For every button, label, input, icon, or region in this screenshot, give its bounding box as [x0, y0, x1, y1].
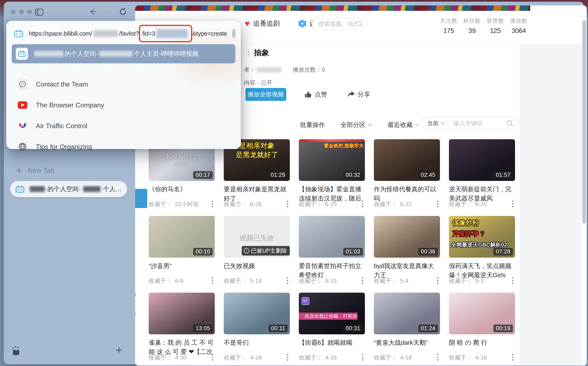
video-thumbnail[interactable]: 01:57 — [449, 139, 515, 181]
duration-badge: 01:24 — [418, 325, 438, 332]
video-card[interactable]: 01:03爱音拍素世拍祥子拍立希壁咚灯收藏于：5-15 — [299, 216, 365, 293]
more-menu-icon[interactable] — [211, 353, 215, 362]
new-tab-button[interactable]: + New Tab — [16, 164, 116, 177]
scope-dropdown[interactable]: 当前 — [427, 119, 445, 127]
info-icon[interactable]: i — [232, 29, 235, 38]
video-thumbnail[interactable]: 00:10 — [149, 216, 215, 258]
traffic-light-minimize-icon[interactable] — [19, 10, 24, 14]
more-menu-icon[interactable] — [512, 277, 515, 285]
video-title[interactable]: “沙县男” — [149, 261, 215, 271]
redacted-text — [257, 67, 282, 73]
url-bar[interactable]: https://space.bilibili.com//favlist?fid=… — [14, 25, 235, 43]
video-title[interactable]: 【街霸6】就喝就喝 — [299, 338, 365, 347]
traffic-light-zoom-icon[interactable] — [27, 10, 32, 14]
video-card[interactable]: 02:45作为怪猎代餐真的可以吗收藏于：6-22 — [374, 139, 440, 216]
space-search-input[interactable] — [318, 21, 356, 27]
keyword-search: 当前 — [421, 117, 519, 130]
video-thumbnail[interactable]: 13:05 — [149, 293, 215, 334]
stat-item[interactable]: 播放数3064 — [510, 17, 527, 35]
more-menu-icon[interactable] — [437, 277, 440, 285]
video-card[interactable]: 经死杰米我让你喝，打死你00:31【街霸6】就喝就喝收藏于：4-28 — [299, 293, 365, 366]
suggestion-tips-organizing[interactable]: Tips for Organizing — [12, 137, 235, 156]
scrollbar-thumb[interactable] — [582, 20, 586, 224]
more-menu-icon[interactable] — [362, 277, 365, 285]
follow-drama-link[interactable]: 追番追剧 — [253, 19, 280, 28]
thumbnail-overlay-text: 死杰米我让你喝，打死你 — [299, 313, 357, 320]
suggestion-air-traffic-control[interactable]: Air Traffic Control — [12, 116, 235, 136]
plus-icon: + — [16, 166, 22, 175]
more-menu-icon[interactable] — [362, 353, 365, 362]
more-menu-icon[interactable] — [211, 200, 215, 208]
video-title[interactable]: 已失效视频 — [224, 261, 290, 271]
sort-dropdown[interactable]: 最近收藏 — [388, 121, 419, 129]
search-icon[interactable] — [356, 20, 364, 28]
keyword-input[interactable] — [454, 120, 506, 127]
thumbnail-overlay-text: your name — [149, 162, 215, 165]
space-search[interactable] — [312, 18, 368, 30]
gear-icon[interactable] — [298, 19, 307, 28]
more-menu-icon[interactable] — [211, 277, 215, 285]
sidebar-toggle-icon[interactable] — [35, 9, 43, 15]
video-title[interactable]: 《你的马名》 — [149, 185, 215, 194]
like-button[interactable]: 点赞 — [304, 90, 327, 99]
video-card[interactable]: 视频已失效!已被UP主删除已失效视频收藏于：5-18 — [224, 216, 290, 293]
more-menu-icon[interactable] — [437, 200, 440, 208]
video-card[interactable]: 00:36byd我这室友是真像大力王收藏于：5-4 — [374, 216, 440, 293]
video-card[interactable]: 00:19阴 暗 の 爬 行收藏于：4-16 — [449, 293, 515, 366]
video-title[interactable]: 不是哥们 — [224, 338, 290, 347]
more-menu-icon[interactable] — [286, 277, 290, 285]
stat-label: 播放数 — [510, 17, 527, 25]
video-thumbnail[interactable]: 00:19 — [449, 293, 515, 334]
stat-item[interactable]: 粉丝数39 — [463, 17, 481, 35]
video-thumbnail[interactable]: 经死杰米我让你喝，打死你00:31 — [299, 293, 365, 334]
forward-icon[interactable] — [104, 8, 112, 16]
more-menu-icon[interactable] — [286, 353, 290, 362]
video-thumbnail[interactable]: 00:11 — [224, 293, 290, 334]
stat-item[interactable]: 关注数175 — [440, 17, 457, 35]
more-menu-icon[interactable] — [362, 200, 365, 208]
suggestion-contact-team[interactable]: Contact the Team — [12, 75, 235, 94]
more-menu-icon[interactable] — [512, 353, 515, 362]
new-space-plus-icon[interactable]: + — [116, 343, 122, 357]
video-thumbnail[interactable]: 视频已失效!已被UP主删除 — [224, 216, 290, 258]
play-all-button[interactable]: 播放全部视频 — [245, 88, 286, 101]
suggestion-browser-company[interactable]: The Browser Company — [12, 95, 235, 115]
stat-value: 175 — [440, 27, 457, 35]
thumbnail-overlay-text: 全网最逆天GBC解析02 — [451, 241, 507, 248]
video-title[interactable]: 阴 暗 の 爬 行 — [449, 338, 515, 347]
batch-actions-button[interactable]: 批量操作 — [300, 121, 325, 129]
share-button[interactable]: 分享 — [347, 90, 370, 99]
more-menu-icon[interactable] — [286, 200, 290, 208]
video-thumbnail[interactable]: 01:24 — [374, 293, 440, 334]
video-card[interactable]: 霍金铁肘,致敬牢大00:32【抽象现场】霍金直播连续射击汉尼拔，随后直播间被封收… — [299, 139, 365, 216]
more-menu-icon[interactable] — [512, 200, 515, 208]
video-thumbnail[interactable]: 偶像炒粉芹菜怀孕？全网最逆天GBC解析0207:28 — [449, 216, 515, 258]
video-title[interactable]: “黄泉大战dark天鹅” — [374, 338, 440, 347]
video-thumbnail[interactable]: 01:03 — [299, 216, 365, 258]
suggestion-active[interactable]: 的个人空间- 个人主页-哔哩哔哩视频 — [12, 44, 235, 63]
video-card[interactable]: 01:24“黄泉大战dark天鹅”收藏于：4-18 — [374, 293, 440, 366]
folder-active-indicator[interactable] — [135, 189, 147, 208]
back-icon[interactable] — [89, 8, 97, 16]
video-card[interactable]: 01:57逆天萌新提前关门，完美武器尽显威风收藏于：6-20 — [449, 139, 515, 216]
video-thumbnail[interactable]: 00:36 — [374, 216, 440, 258]
library-icon[interactable] — [11, 345, 22, 356]
video-thumbnail[interactable]: 霍金铁肘,致敬牢大00:32 — [299, 139, 365, 181]
scrollbar-track[interactable] — [581, 5, 587, 366]
more-menu-icon[interactable] — [437, 353, 440, 362]
url-text[interactable]: https://space.bilibili.com//favlist?fid=… — [29, 28, 227, 39]
video-card[interactable]: 00:11不是哥们收藏于：4-28 — [224, 293, 290, 366]
reload-icon[interactable] — [119, 8, 127, 16]
sidebar-tab-bilibili[interactable]: 的个人空间· 个人… — [10, 181, 127, 197]
folder-count: 5 — [135, 291, 141, 298]
bilibili-icon — [14, 29, 23, 38]
traffic-light-close-icon[interactable] — [11, 10, 15, 14]
video-card[interactable]: 13:05雀巢：我 的 员 工 不 可 能 这 么 可 爱 ❤【二次元爆改收藏于… — [149, 293, 215, 366]
category-dropdown[interactable]: 全部分区 — [340, 121, 372, 129]
duration-badge: 00:10 — [193, 248, 213, 256]
video-card[interactable]: 偶像炒粉芹菜怀孕？全网最逆天GBC解析0207:28假药满天飞，笑点频频爆！全网… — [449, 216, 515, 293]
video-thumbnail[interactable]: 02:45 — [374, 139, 440, 181]
search-icon[interactable] — [506, 120, 514, 127]
stat-item[interactable]: 获赞数125 — [487, 17, 504, 35]
video-card[interactable]: 00:10“沙县男”收藏于：6-8 — [149, 216, 215, 293]
